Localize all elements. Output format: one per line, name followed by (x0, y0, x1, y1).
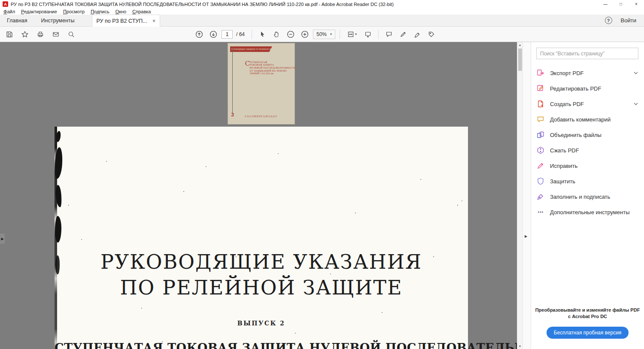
menu-edit[interactable]: Редактирование (21, 9, 57, 14)
tool-protect[interactable]: Защитить (531, 173, 644, 189)
menu-help[interactable]: Справка (132, 9, 151, 14)
marquee-zoom-button[interactable] (65, 29, 77, 40)
highlight-button[interactable] (397, 29, 409, 40)
scrolling-mode-button[interactable] (362, 29, 374, 40)
scroll-up-icon[interactable]: ▲ (517, 43, 522, 46)
zoom-level-value: 50% (316, 31, 327, 37)
print-button[interactable] (34, 29, 46, 40)
request-signatures-button[interactable] (425, 29, 437, 40)
tool-label: Экспорт PDF (550, 70, 583, 76)
page-subtitle: ВЫПУСК 2 (55, 320, 468, 327)
fill-sign-button[interactable] (411, 29, 423, 40)
menu-sign[interactable]: Подпись (91, 9, 109, 14)
toolbar-separator (378, 30, 379, 39)
tool-combine-files[interactable]: Объединить файлы (531, 127, 644, 143)
page-2[interactable]: РУКОВОДЯЩИЕ УКАЗАНИЯ ПО РЕЛЕЙНОЙ ЗАЩИТЕ … (55, 127, 468, 349)
cover-publisher-text: ГОСЭНЕРГОИЗДАТ (245, 115, 278, 118)
export-pdf-icon (537, 69, 544, 77)
more-tools-icon (537, 208, 544, 216)
tool-label: Защитить (550, 178, 575, 185)
free-trial-button[interactable]: Бесплатная пробная версия (547, 327, 629, 339)
tool-more-tools[interactable]: Дополнительные инструменты (531, 204, 644, 220)
page-title-line-2: ПО РЕЛЕЙНОЙ ЗАЩИТЕ (55, 276, 468, 299)
tool-fix[interactable]: Исправить (531, 158, 644, 173)
shield-icon (537, 177, 544, 185)
tools-search-input[interactable] (536, 48, 638, 59)
zoom-level-select[interactable]: 50% ▾ (313, 30, 335, 39)
page-number-input[interactable] (222, 30, 233, 39)
tool-fill-sign[interactable]: Заполнить и подписать (531, 189, 644, 204)
next-page-button[interactable] (207, 29, 219, 40)
page-fit-button[interactable]: ▾ (344, 29, 360, 40)
acrobat-pro-promo: Преобразовывайте и изменяйте файлы PDF с… (531, 307, 644, 339)
toolbar-left-group (0, 29, 77, 40)
tool-label: Заполнить и подписать (550, 194, 610, 200)
sign-in-button[interactable]: Войти (621, 17, 636, 24)
tool-label: Редактировать PDF (550, 85, 601, 92)
scrollbar-thumb[interactable] (518, 49, 522, 71)
chevron-down-icon[interactable] (634, 72, 638, 75)
fix-pen-icon (537, 162, 544, 170)
title-bar: РУ по РЗ В2 СТУПЕНЧАТАЯ ТОКОВАЯ ЗАЩИТА Н… (0, 0, 644, 8)
tool-label: Исправить (550, 163, 577, 169)
hand-tool-button[interactable] (270, 29, 283, 40)
save-button[interactable] (3, 29, 15, 40)
menu-bar: Файл Редактирование Просмотр Подпись Окн… (0, 8, 644, 15)
tool-compress-pdf[interactable]: Сжать PDF (531, 143, 644, 158)
chevron-down-icon: ▾ (355, 32, 357, 36)
tool-label: Объединить файлы (550, 132, 601, 138)
previous-page-button[interactable] (193, 29, 205, 40)
tools-pane-strip: ▶ (522, 42, 531, 349)
tool-add-comment[interactable]: Добавить комментарий (531, 112, 644, 127)
toolbar-center-group: / 64 50% ▾ ▾ (193, 29, 437, 40)
nav-pane-toggle-icon[interactable]: ▶ (0, 234, 5, 244)
tab-document-label: РУ по РЗ В2 СТУП... (97, 18, 147, 24)
tool-create-pdf[interactable]: Создать PDF (531, 96, 644, 112)
vertical-scrollbar[interactable]: ▲ ▼ (517, 42, 522, 349)
add-comment-icon (537, 115, 544, 123)
menu-window[interactable]: Окно (115, 9, 127, 14)
scan-speckles (55, 127, 55, 127)
fountain-pen-icon (537, 193, 544, 200)
tool-label: Дополнительные инструменты (550, 209, 630, 215)
page-title-line-1: РУКОВОДЯЩИЕ УКАЗАНИЯ (55, 250, 468, 273)
cover-title-line: ЛИНИЙ 110-220 кв (249, 72, 290, 75)
scroll-down-icon[interactable]: ▼ (517, 345, 522, 348)
app-window: РУ по РЗ В2 СТУПЕНЧАТАЯ ТОКОВАЯ ЗАЩИТА Н… (0, 0, 644, 42)
cover-spine-line (232, 46, 233, 114)
tool-label: Создать PDF (550, 101, 584, 107)
tool-label: Сжать PDF (550, 147, 579, 154)
tab-bar-right: ? Войти (605, 15, 644, 26)
menu-file[interactable]: Файл (3, 9, 15, 14)
tab-close-icon[interactable]: × (152, 18, 156, 24)
chevron-down-icon: ▾ (330, 32, 332, 36)
select-tool-button[interactable] (256, 29, 268, 40)
minimize-button[interactable]: — (598, 0, 613, 8)
tab-home[interactable]: Главная (0, 15, 34, 26)
cover-ribbon: РУКОВОДЯЩИЕ УКАЗАНИЯ ПО РЕЛЕЙНОЙ ЗАЩИТЕ (230, 46, 272, 52)
tab-document[interactable]: РУ по РЗ В2 СТУП... × (92, 15, 161, 27)
promo-text-line-1: Преобразовывайте и изменяйте файлы PDF (531, 307, 644, 313)
edit-pdf-icon (537, 85, 544, 92)
tools-pane-toggle-icon[interactable]: ▶ (525, 234, 527, 238)
toolbar-separator (340, 30, 340, 39)
tool-export-pdf[interactable]: Экспорт PDF (531, 65, 644, 81)
tab-bar: Главная Инструменты РУ по РЗ В2 СТУП... … (0, 15, 644, 27)
tool-edit-pdf[interactable]: Редактировать PDF (531, 81, 644, 96)
chevron-down-icon[interactable] (634, 103, 638, 106)
tab-tools[interactable]: Инструменты (34, 15, 82, 26)
email-button[interactable] (50, 29, 62, 40)
help-icon[interactable]: ? (605, 17, 612, 24)
tools-panel: Экспорт PDF Редактировать PDF Создать PD… (531, 42, 644, 349)
comment-button[interactable] (383, 29, 395, 40)
page-1-cover-thumbnail[interactable]: РУКОВОДЯЩИЕ УКАЗАНИЯ ПО РЕЛЕЙНОЙ ЗАЩИТЕ … (228, 43, 295, 124)
toolbar-separator (252, 30, 252, 39)
close-button[interactable]: × (629, 0, 644, 8)
create-pdf-icon (537, 100, 544, 108)
menu-view[interactable]: Просмотр (63, 9, 85, 14)
maximize-button[interactable]: □ (613, 0, 629, 8)
document-canvas[interactable]: РУКОВОДЯЩИЕ УКАЗАНИЯ ПО РЕЛЕЙНОЙ ЗАЩИТЕ … (0, 42, 517, 349)
zoom-out-button[interactable] (285, 29, 297, 40)
zoom-in-button[interactable] (299, 29, 311, 40)
bookmark-star-button[interactable] (19, 29, 31, 40)
